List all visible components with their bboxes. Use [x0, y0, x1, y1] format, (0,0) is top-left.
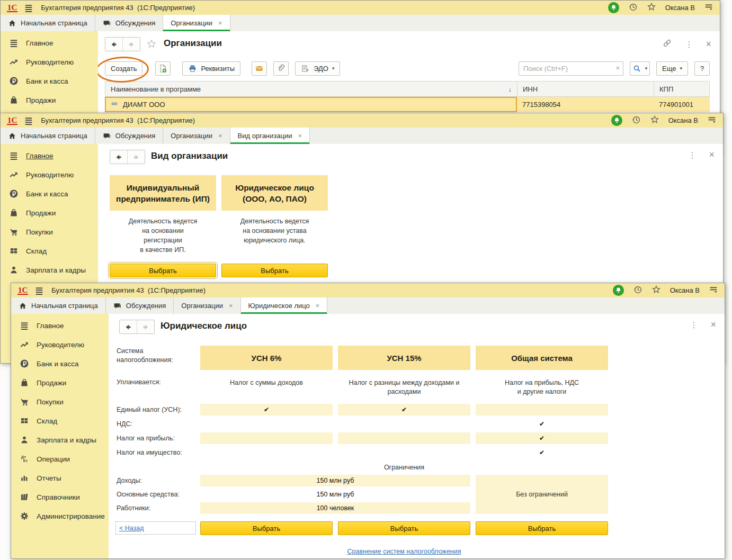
- search-input[interactable]: [519, 61, 623, 76]
- back-button[interactable]: [110, 150, 127, 164]
- sidebar-item-операции[interactable]: ДтКтОперации: [11, 449, 109, 468]
- sidebar-item-покупки[interactable]: Покупки: [1, 222, 98, 241]
- service-menu-button[interactable]: [704, 2, 713, 14]
- send-email-button[interactable]: [252, 61, 267, 76]
- table-row[interactable]: ДИАМТ ООО7715398054774901001: [105, 97, 710, 112]
- tab-обсуждения[interactable]: Обсуждения: [95, 128, 164, 144]
- tab-начальная-страница[interactable]: Начальная страница: [1, 128, 95, 144]
- more-actions-button[interactable]: Еще▾: [656, 61, 688, 76]
- tab-юридическое-лицо[interactable]: Юридическое лицо×: [241, 297, 328, 314]
- history-button[interactable]: [633, 285, 642, 296]
- edo-button[interactable]: ЭДО▾: [295, 61, 340, 76]
- tab-close-icon[interactable]: ×: [218, 132, 222, 140]
- notifications-button[interactable]: [613, 285, 624, 296]
- tab-начальная-страница[interactable]: Начальная страница: [11, 297, 106, 314]
- forward-button[interactable]: [137, 320, 154, 333]
- tab-организации[interactable]: Организации×: [174, 297, 240, 314]
- sidebar-item-отчеты[interactable]: Отчеты: [11, 468, 109, 487]
- column-header-name[interactable]: Наименование в программе↓: [105, 82, 517, 96]
- sidebar-item-банк-и-касса[interactable]: Банк и касса: [11, 354, 109, 373]
- close-form-icon[interactable]: ×: [710, 321, 716, 329]
- favorites-star-button[interactable]: [647, 2, 656, 14]
- ruble-icon: [9, 189, 19, 198]
- cell-name-selected[interactable]: ДИАМТ ООО: [105, 97, 517, 112]
- select-button[interactable]: Выбрать: [221, 264, 328, 277]
- favorites-star-button[interactable]: [651, 285, 661, 296]
- forward-button[interactable]: [122, 38, 140, 51]
- tab-начальная-страница[interactable]: Начальная страница: [1, 15, 95, 31]
- sidebar-item-зарплата-и-кадры[interactable]: Зарплата и кадры: [1, 260, 98, 279]
- sidebar-item-администрирование[interactable]: Администрирование: [11, 507, 109, 526]
- cell-inn[interactable]: 7715398054: [517, 97, 654, 112]
- more-menu-icon[interactable]: ⋮: [685, 40, 693, 48]
- sidebar-item-продажи[interactable]: Продажи: [1, 203, 98, 222]
- select-button[interactable]: Выбрать: [476, 521, 608, 535]
- close-form-icon[interactable]: ×: [709, 151, 715, 159]
- attachments-button[interactable]: [273, 61, 289, 76]
- forward-button[interactable]: [127, 150, 145, 164]
- close-form-icon[interactable]: ×: [706, 40, 711, 48]
- main-menu-icon[interactable]: [24, 116, 33, 125]
- history-button[interactable]: [628, 2, 638, 14]
- favorites-star-button[interactable]: [650, 115, 659, 127]
- favorite-star-icon[interactable]: [146, 39, 157, 51]
- sidebar-item-покупки[interactable]: Покупки: [11, 392, 109, 411]
- compare-systems-link[interactable]: Сравнение систем налогообложения: [347, 548, 461, 555]
- main-menu-icon[interactable]: [34, 286, 44, 295]
- sidebar-item-банк-и-касса[interactable]: Банк и касса: [1, 184, 98, 203]
- get-link-icon[interactable]: [662, 38, 672, 50]
- check-mark: ✔: [476, 447, 608, 458]
- history-button[interactable]: [631, 115, 641, 127]
- back-link[interactable]: < Назад: [119, 525, 144, 532]
- sidebar-item-банк-и-касса[interactable]: Банк и касса: [1, 71, 98, 91]
- requisites-button[interactable]: Реквизиты: [182, 61, 240, 76]
- back-button[interactable]: [105, 38, 122, 51]
- cell-name-text: ДИАМТ ООО: [123, 101, 165, 109]
- tab-организации[interactable]: Организации×: [163, 15, 230, 31]
- sidebar-item-продажи[interactable]: Продажи: [1, 91, 98, 110]
- tab-организации[interactable]: Организации×: [163, 128, 230, 144]
- tab-close-icon[interactable]: ×: [229, 302, 233, 310]
- sidebar-item-главное[interactable]: Главное: [1, 33, 98, 52]
- help-button[interactable]: ?: [694, 61, 710, 76]
- select-button[interactable]: Выбрать: [338, 521, 470, 535]
- tab-close-icon[interactable]: ×: [298, 132, 302, 140]
- row-stripe: [476, 404, 608, 416]
- limit-value: 100 человек: [200, 502, 470, 514]
- column-header-inn[interactable]: ИНН: [517, 82, 654, 96]
- service-menu-button[interactable]: [707, 115, 717, 127]
- advanced-search-button[interactable]: ▾: [630, 61, 650, 76]
- more-menu-icon[interactable]: ⋮: [688, 151, 696, 159]
- row-stripe: [338, 432, 470, 444]
- notifications-button[interactable]: [608, 2, 619, 13]
- tab-close-icon[interactable]: ×: [316, 302, 320, 310]
- sidebar-item-label: Склад: [37, 417, 57, 425]
- clear-search-icon[interactable]: ×: [615, 64, 620, 72]
- main-menu-icon[interactable]: [24, 3, 33, 13]
- sidebar-item-руководителю[interactable]: Руководителю: [11, 335, 109, 354]
- tab-обсуждения[interactable]: Обсуждения: [95, 15, 164, 31]
- sidebar-item-зарплата-и-кадры[interactable]: Зарплата и кадры: [11, 430, 109, 449]
- sidebar-item-руководителю[interactable]: Руководителю: [1, 52, 98, 71]
- back-button[interactable]: [120, 320, 137, 333]
- column-header-kpp[interactable]: КПП: [654, 82, 709, 96]
- sidebar-item-склад[interactable]: Склад: [11, 411, 109, 430]
- cell-kpp[interactable]: 774901001: [654, 97, 710, 112]
- sidebar-item-продажи[interactable]: Продажи: [11, 373, 109, 392]
- create-group-button[interactable]: [155, 61, 171, 76]
- sidebar-item-руководителю[interactable]: Руководителю: [1, 165, 98, 184]
- sidebar-item-склад[interactable]: Склад: [1, 241, 98, 260]
- service-menu-button[interactable]: [709, 285, 718, 296]
- sidebar-item-главное[interactable]: Главное: [1, 146, 98, 165]
- sidebar-item-главное[interactable]: Главное: [11, 316, 109, 335]
- more-menu-icon[interactable]: ⋮: [690, 321, 698, 329]
- tab-close-icon[interactable]: ×: [218, 19, 222, 27]
- select-button[interactable]: Выбрать: [110, 264, 216, 277]
- tab-вид-организации[interactable]: Вид организации×: [230, 128, 310, 144]
- sidebar-item-справочники[interactable]: Справочники: [11, 487, 109, 507]
- create-button[interactable]: Создать: [105, 61, 142, 76]
- notifications-button[interactable]: [611, 115, 622, 126]
- select-button[interactable]: Выбрать: [200, 521, 333, 535]
- sidebar-item-label: Покупки: [37, 398, 64, 406]
- tab-обсуждения[interactable]: Обсуждения: [106, 297, 174, 314]
